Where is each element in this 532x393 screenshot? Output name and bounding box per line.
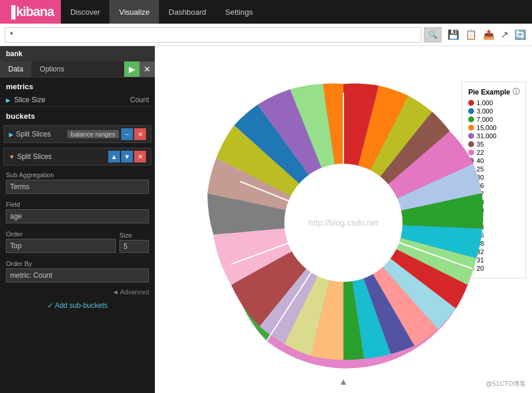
field-section: Field age [0, 197, 155, 227]
kibana-logo: ▐ kibana [0, 0, 61, 24]
advanced-link[interactable]: ◄ Advanced [0, 286, 155, 298]
tab-options[interactable]: Options [31, 61, 72, 77]
size-label: Size [119, 232, 149, 239]
metrics-title: metrics [0, 77, 155, 93]
bucket2-move-up[interactable]: ▲ [108, 151, 120, 163]
field-select[interactable]: age [6, 209, 149, 223]
refresh-icon[interactable]: 🔄 [513, 28, 527, 41]
order-row: Order Top Size [6, 230, 149, 253]
right-panel: Pie Example ⓘ 1,0003,0007,00015,00031,00… [155, 46, 532, 393]
slice-size-row: ▶ Slice Size Count [0, 93, 155, 107]
bottom-arrow: ▲ [339, 376, 348, 387]
bucket1-move-up[interactable]: − [121, 128, 133, 140]
search-bar: 🔍 💾 📋 📤 ↗ 🔄 [0, 24, 532, 46]
order-select[interactable]: Top [6, 239, 116, 253]
open-icon[interactable]: ↗ [499, 28, 510, 41]
search-button[interactable]: 🔍 [424, 27, 442, 43]
order-by-select[interactable]: metric: Count [6, 268, 149, 282]
order-section: Order Top Size [0, 227, 155, 256]
bucket1-actions: − ✕ [121, 128, 146, 140]
nav-visualize[interactable]: Visualize [109, 0, 159, 24]
bucket1-label: Split Slices [16, 130, 65, 138]
bucket-split2: ▼ Split Slices ▲ ▼ ✕ [4, 148, 151, 165]
metric-icon: ▶ [6, 97, 11, 103]
legend-info-icon[interactable]: ⓘ [512, 87, 520, 97]
search-icon: 🔍 [429, 31, 437, 39]
nav-discover[interactable]: Discover [61, 0, 110, 24]
tab-data[interactable]: Data [0, 61, 31, 77]
bucket2-move-down[interactable]: ▼ [121, 151, 133, 163]
save-icon[interactable]: 💾 [446, 28, 460, 41]
bucket-split1: ▶ Split Slices balance ranges − ✕ [4, 125, 151, 143]
close-button[interactable]: ✕ [140, 61, 155, 77]
bucket2-icon: ▼ [9, 154, 15, 160]
run-button[interactable]: ▶ [124, 61, 140, 77]
nav-settings[interactable]: Settings [216, 0, 262, 24]
search-input[interactable] [5, 27, 421, 43]
load-icon[interactable]: 📋 [464, 28, 478, 41]
add-sub-buckets[interactable]: ✓ Add sub-buckets [0, 298, 155, 313]
bucket2-label: Split Slices [17, 152, 106, 161]
sub-agg-label: Sub Aggregation [6, 171, 149, 178]
slice-size-value: Count [130, 96, 149, 104]
order-label: Order [6, 230, 116, 238]
buckets-title: buckets [0, 107, 155, 123]
order-by-section: Order By metric: Count [0, 256, 155, 286]
chart-container: http://blog.csdn.net [196, 75, 491, 371]
bucket1-tag: balance ranges [67, 130, 119, 138]
nav-links: Discover Visualize Dashboard Settings [61, 0, 262, 24]
panel-tabs: Data Options ▶ ✕ [0, 61, 155, 77]
sub-aggregation-section: Sub Aggregation Terms [0, 168, 155, 197]
order-col: Order Top [6, 230, 116, 253]
size-col: Size [119, 232, 149, 253]
bucket2-actions: ▲ ▼ ✕ [108, 151, 146, 163]
field-label: Field [6, 201, 149, 208]
k-bar-icon: ▐ [7, 5, 15, 19]
share-icon[interactable]: 📤 [482, 28, 496, 41]
main-layout: bank Data Options ▶ ✕ metrics ▶ Slice Si… [0, 46, 532, 393]
bucket2-remove[interactable]: ✕ [134, 151, 146, 163]
top-nav: ▐ kibana Discover Visualize Dashboard Se… [0, 0, 532, 24]
size-input[interactable] [119, 240, 149, 253]
sub-aggregation-select[interactable]: Terms [6, 180, 149, 194]
bucket1-icon: ▶ [9, 131, 14, 138]
slice-size-label: Slice Size [14, 96, 130, 104]
toolbar-icons: 💾 📋 📤 ↗ 🔄 [446, 28, 527, 41]
order-by-label: Order By [6, 260, 149, 267]
left-panel: bank Data Options ▶ ✕ metrics ▶ Slice Si… [0, 46, 155, 393]
nav-dashboard[interactable]: Dashboard [159, 0, 216, 24]
panel-header: bank [0, 46, 155, 61]
tab-actions: ▶ ✕ [124, 61, 155, 77]
corner-text: @51CTO博客 [486, 379, 526, 388]
bucket1-remove[interactable]: ✕ [134, 128, 146, 140]
pie-chart [196, 75, 491, 371]
logo-text: kibana [16, 4, 54, 20]
